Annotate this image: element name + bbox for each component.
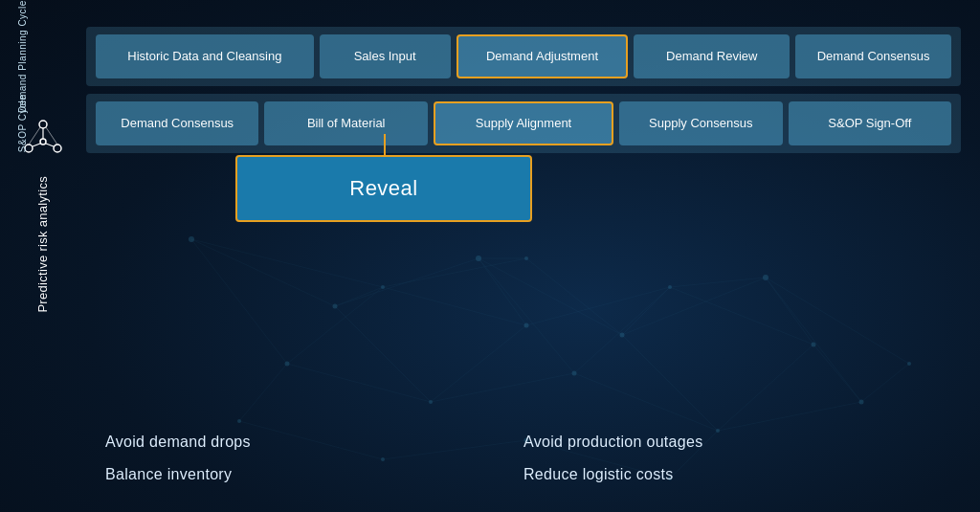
cell-demand-review: Demand Review (634, 34, 790, 78)
svg-point-57 (39, 121, 47, 128)
main-content: Predictive risk analytics Demand Plannin… (0, 0, 980, 512)
logo-text: Predictive risk analytics (35, 176, 52, 313)
bottom-col-left: Avoid demand drops Balance inventory (105, 434, 523, 483)
sop-row: S&OP Cycle Demand Consensus Bill of Mate… (86, 94, 961, 153)
reveal-label: Reveal (349, 176, 417, 200)
connector-arrow (384, 134, 386, 157)
cell-bill-of-material: Bill of Material (264, 101, 427, 145)
svg-line-65 (46, 127, 57, 145)
cell-demand-consensus-dp: Demand Consensus (795, 34, 951, 78)
reveal-container: Reveal (235, 155, 532, 222)
cell-demand-consensus-sop: Demand Consensus (96, 101, 258, 145)
bottom-section: Avoid demand drops Balance inventory Avo… (105, 434, 942, 483)
cell-sales-input: Sales Input (320, 34, 451, 78)
reduce-logistic-text: Reduce logistic costs (523, 466, 942, 483)
sop-label: S&OP Cycle (17, 95, 28, 152)
svg-line-62 (33, 144, 40, 146)
bottom-col-right: Avoid production outages Reduce logistic… (523, 434, 942, 483)
svg-point-59 (54, 145, 61, 152)
svg-line-64 (29, 127, 40, 145)
demand-planning-row: Demand Planning Cycle Historic Data and … (86, 27, 961, 86)
cell-demand-adjustment: Demand Adjustment (457, 34, 629, 78)
cell-sop-signoff: S&OP Sign-Off (789, 101, 951, 145)
svg-line-63 (46, 144, 54, 146)
avoid-production-text: Avoid production outages (523, 434, 942, 451)
avoid-demand-text: Avoid demand drops (105, 434, 523, 451)
reveal-box: Reveal (235, 155, 532, 222)
cell-historic-data: Historic Data and Cleansing (96, 34, 314, 78)
svg-point-60 (40, 139, 46, 145)
cell-supply-alignment: Supply Alignment (434, 101, 613, 145)
balance-inventory-text: Balance inventory (105, 466, 523, 483)
rows-container: Demand Planning Cycle Historic Data and … (86, 27, 961, 161)
cell-supply-consensus: Supply Consensus (619, 101, 782, 145)
